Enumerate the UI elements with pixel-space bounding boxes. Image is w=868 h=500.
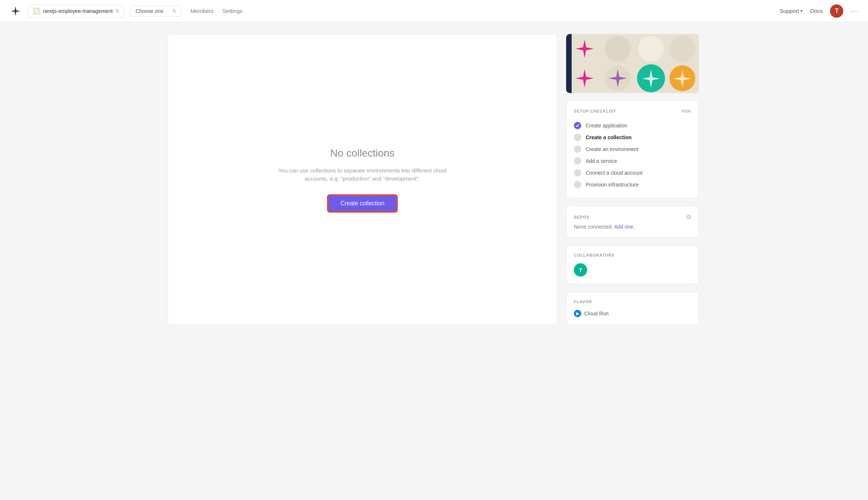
topnav: 📄 nextjs-employee-management ⇅ Choose on… — [0, 0, 868, 22]
checklist-item-connect-cloud[interactable]: Connect a cloud account — [574, 167, 691, 179]
check-pending-icon-provision — [574, 181, 581, 188]
hero-banner — [566, 34, 699, 93]
svg-marker-0 — [15, 6, 16, 11]
check-pending-icon-svc — [574, 157, 581, 165]
user-avatar[interactable]: T — [830, 4, 843, 18]
repos-gear-icon[interactable]: ⚙ — [686, 213, 691, 220]
setup-checklist-card: SETUP CHECKLIST Hide Create application … — [566, 100, 699, 198]
checklist-header: SETUP CHECKLIST Hide — [574, 108, 691, 114]
checklist-label-create-environment: Create an environment — [586, 146, 638, 152]
checklist-item-add-service[interactable]: Add a service — [574, 155, 691, 167]
choose-chevron-icon: ⇅ — [172, 8, 176, 14]
checklist-title: SETUP CHECKLIST — [574, 109, 616, 113]
flavor-title: FLAVOR — [574, 299, 592, 304]
project-chevron-icon: ⇅ — [116, 8, 119, 14]
cloud-run-icon: ▶ — [574, 310, 581, 317]
svg-point-12 — [638, 36, 664, 62]
checklist-label-create-collection: Create a collection — [586, 134, 632, 140]
support-chevron-icon: ▾ — [800, 8, 803, 13]
collaborators-card: COLLABORATORS T — [566, 245, 699, 284]
nav-links: Members Settings — [190, 8, 242, 14]
collaborator-avatar[interactable]: T — [574, 263, 587, 277]
docs-link[interactable]: Docs — [810, 8, 823, 14]
check-done-icon — [574, 122, 581, 129]
right-sidebar: SETUP CHECKLIST Hide Create application … — [566, 34, 699, 325]
collections-empty-panel: No collections You can use collections t… — [168, 34, 557, 325]
repos-status-text: None connected. Add one. — [574, 224, 635, 230]
checklist-label-create-application: Create application — [586, 123, 627, 129]
no-collections-description: You can use collections to separate envi… — [270, 167, 455, 183]
no-collections-title: No collections — [330, 147, 395, 159]
svg-rect-14 — [566, 64, 572, 93]
flavor-card: FLAVOR ▶ Cloud Run — [566, 292, 699, 325]
hide-button[interactable]: Hide — [681, 108, 691, 114]
check-pending-icon-env — [574, 145, 581, 153]
checklist-item-create-collection[interactable]: Create a collection — [574, 131, 691, 143]
repos-add-link[interactable]: Add one. — [614, 224, 635, 230]
choose-selector[interactable]: Choose one ⇅ — [130, 6, 182, 17]
checklist-label-add-service: Add a service — [586, 158, 617, 164]
flavor-label: Cloud Run — [584, 311, 609, 316]
collaborators-header: COLLABORATORS — [574, 253, 691, 257]
repos-header: REPOS ⚙ — [574, 213, 691, 220]
repos-title: REPOS — [574, 215, 590, 219]
svg-marker-1 — [16, 10, 20, 12]
svg-rect-5 — [566, 34, 572, 64]
main-content: No collections You can use collections t… — [157, 22, 711, 337]
logo[interactable] — [9, 4, 22, 18]
nav-right: Support ▾ Docs T ··· — [780, 4, 859, 18]
svg-marker-2 — [15, 11, 16, 16]
choose-label: Choose one — [135, 8, 169, 14]
check-active-icon — [574, 134, 581, 141]
checklist-item-create-application[interactable]: Create application — [574, 120, 691, 131]
checklist-label-provision: Provision infrastructure — [586, 182, 638, 188]
flavor-item: ▶ Cloud Run — [574, 310, 691, 317]
checklist-item-provision[interactable]: Provision infrastructure — [574, 179, 691, 191]
checklist-label-connect-cloud: Connect a cloud account — [586, 170, 643, 176]
support-label: Support — [780, 8, 799, 14]
nav-settings[interactable]: Settings — [223, 8, 242, 14]
collaborators-title: COLLABORATORS — [574, 253, 614, 257]
nav-members[interactable]: Members — [190, 8, 214, 14]
project-selector[interactable]: 📄 nextjs-employee-management ⇅ — [28, 5, 124, 17]
create-collection-button[interactable]: Create collection — [328, 195, 397, 212]
repos-card: REPOS ⚙ None connected. Add one. — [566, 206, 699, 238]
flavor-header: FLAVOR — [574, 299, 691, 304]
svg-point-11 — [605, 36, 631, 62]
support-button[interactable]: Support ▾ — [780, 8, 803, 14]
svg-point-13 — [669, 36, 695, 62]
svg-marker-3 — [11, 10, 16, 12]
project-name: nextjs-employee-management — [43, 8, 113, 14]
project-icon: 📄 — [33, 7, 40, 15]
checklist-item-create-environment[interactable]: Create an environment — [574, 143, 691, 155]
more-button[interactable]: ··· — [851, 7, 859, 15]
check-pending-icon-cloud — [574, 169, 581, 177]
